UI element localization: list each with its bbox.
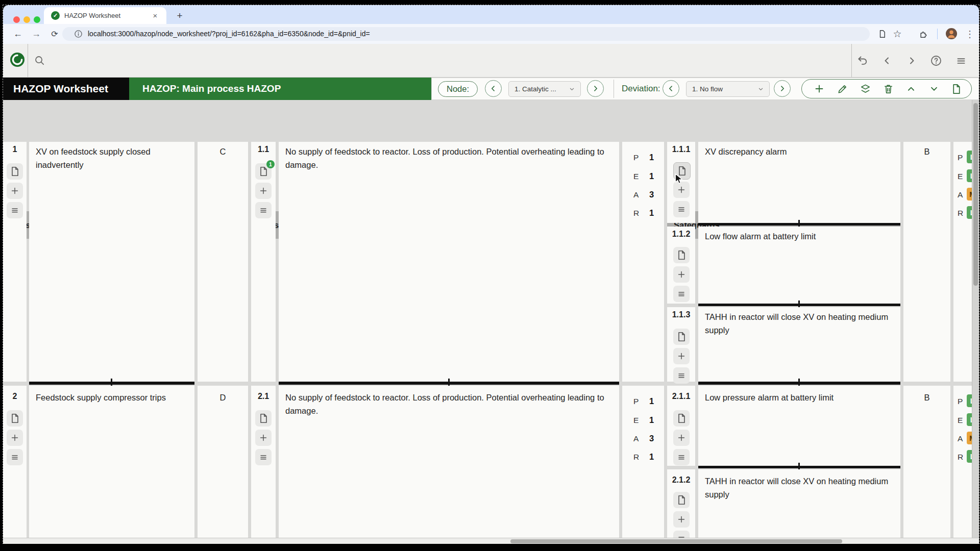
consequence-menu-button[interactable] — [255, 202, 272, 218]
menu-icon[interactable] — [952, 52, 970, 69]
mitig-freq-cell[interactable]: B — [903, 142, 950, 382]
bookmark-star-icon[interactable]: ☆ — [890, 24, 904, 44]
nav-back-icon[interactable] — [878, 52, 896, 69]
tab-close-icon[interactable]: × — [149, 7, 161, 24]
risk-letter: A — [958, 190, 963, 199]
move-up-icon[interactable] — [904, 82, 918, 95]
horizontal-scrollbar-thumb[interactable] — [510, 539, 842, 543]
consequence-cell[interactable]: No supply of feedstock to reactor. Loss … — [279, 386, 619, 538]
risk-letter: R — [958, 453, 963, 462]
cause-add-button[interactable] — [7, 183, 23, 199]
deviation-next-button[interactable] — [774, 80, 791, 97]
new-tab-button[interactable]: + — [173, 7, 187, 24]
vertical-scrollbar-thumb[interactable] — [973, 103, 978, 286]
safeguard-cell[interactable]: TAHH in reactor will close XV on heating… — [698, 469, 900, 538]
traffic-close-button[interactable] — [13, 16, 20, 23]
consequence-cell[interactable]: No supply of feedstock to reactor. Loss … — [279, 142, 619, 382]
browser-tab[interactable]: ✓ HAZOP Worksheet × — [44, 7, 166, 24]
new-document-icon[interactable] — [949, 82, 963, 95]
cause-add-button[interactable] — [7, 430, 23, 446]
severity-cell[interactable]: P 1 E 1 A 3 R 1 — [622, 386, 664, 538]
page-title: HAZOP Worksheet — [3, 78, 129, 100]
cause-menu-button[interactable] — [7, 202, 23, 218]
add-icon[interactable] — [813, 82, 826, 95]
safeguard-doc-button[interactable] — [673, 410, 690, 427]
safeguard-doc-button[interactable] — [673, 492, 690, 508]
consequence-doc-button[interactable]: 1 — [255, 163, 272, 180]
consequence-text: No supply of feedstock to reactor. Loss … — [285, 145, 610, 171]
safeguard-add-button[interactable] — [673, 430, 690, 446]
frequency-cell[interactable]: C — [198, 142, 248, 382]
site-info-icon[interactable] — [74, 29, 83, 39]
deviation-select[interactable]: 1. No flow — [686, 81, 770, 97]
safeguard-add-button[interactable] — [673, 348, 690, 364]
mitig-freq-cell[interactable]: B — [903, 386, 950, 538]
consequence-add-button[interactable] — [255, 430, 272, 446]
safeguard-cell[interactable]: XV discrepancy alarm — [698, 142, 900, 223]
chevron-down-icon — [568, 85, 576, 93]
move-down-icon[interactable] — [927, 82, 941, 95]
kebab-menu-icon[interactable]: ⋮ — [963, 24, 977, 44]
risk-letter: P — [958, 397, 963, 406]
node-next-button[interactable] — [587, 80, 604, 97]
undo-icon[interactable] — [854, 52, 871, 69]
consequence-doc-badge: 1 — [266, 160, 275, 168]
forward-icon[interactable]: → — [29, 24, 44, 44]
safeguard-menu-button[interactable] — [673, 449, 690, 465]
url-bar[interactable]: localhost:3000/hazop/node_worksheet/?pro… — [62, 27, 870, 41]
risk-letter: R — [958, 209, 963, 218]
edit-pencil-icon[interactable] — [836, 82, 849, 95]
consequence-doc-button[interactable] — [255, 410, 272, 427]
reload-icon[interactable]: ⟳ — [47, 24, 62, 44]
cause-cell[interactable]: Feedstock supply compressor trips — [29, 386, 194, 538]
frequency-value: D — [198, 391, 248, 404]
help-icon[interactable] — [927, 52, 945, 69]
layers-icon[interactable] — [859, 82, 872, 95]
severity-cell[interactable]: P 1 E 1 A 3 R 1 — [622, 142, 664, 382]
save-page-icon[interactable] — [875, 24, 889, 44]
node-select[interactable]: 1. Catalytic ... — [508, 81, 581, 97]
cause-doc-button[interactable] — [7, 163, 23, 180]
safeguard-number: 1.1.3 — [667, 310, 695, 319]
severity-letter: R — [633, 209, 639, 218]
consequence-add-button[interactable] — [255, 183, 272, 199]
safeguard-add-button[interactable] — [673, 266, 690, 283]
search-input[interactable] — [50, 48, 844, 72]
safeguard-cell[interactable]: TAHH in reactor will close XV on heating… — [698, 307, 900, 382]
safeguard-menu-button[interactable] — [673, 367, 690, 384]
cause-cell[interactable]: XV on feedstock supply closed inadverten… — [29, 142, 194, 382]
nav-forward-icon[interactable] — [903, 52, 920, 69]
safeguard-menu-button[interactable] — [673, 531, 690, 538]
tab-favicon-icon: ✓ — [51, 11, 60, 20]
toolbar-divider — [851, 44, 852, 77]
safeguard-cell[interactable]: Low flow alarm at battery limit — [698, 227, 900, 304]
extensions-icon[interactable] — [917, 24, 931, 44]
vertical-scrollbar[interactable] — [972, 100, 979, 538]
toolbar-divider — [28, 44, 28, 77]
severity-value: 1 — [649, 452, 654, 462]
profile-avatar[interactable] — [946, 28, 957, 39]
search-icon[interactable] — [34, 55, 45, 66]
safeguard-menu-button[interactable] — [673, 286, 690, 302]
trash-icon[interactable] — [881, 82, 895, 95]
app-logo[interactable] — [9, 52, 26, 68]
node-prev-button[interactable] — [485, 80, 502, 97]
safeguard-add-button[interactable] — [673, 511, 690, 528]
frequency-cell[interactable]: D — [198, 386, 248, 538]
frequency-value: C — [198, 145, 248, 158]
safeguard-menu-button[interactable] — [673, 201, 690, 217]
tab-title: HAZOP Worksheet — [64, 7, 120, 24]
traffic-zoom-button[interactable] — [34, 16, 40, 23]
safeguard-cell[interactable]: Low pressure alarm at battery limit — [698, 386, 900, 466]
cause-menu-button[interactable] — [7, 449, 23, 465]
cause-doc-button[interactable] — [7, 410, 23, 427]
consequence-menu-button[interactable] — [255, 449, 272, 465]
safeguard-doc-button[interactable] — [673, 329, 690, 345]
severity-letter: E — [633, 172, 639, 181]
safeguard-doc-button[interactable] — [673, 247, 690, 263]
horizontal-scrollbar[interactable] — [3, 538, 979, 544]
safeguard-text: Low flow alarm at battery limit — [705, 230, 894, 243]
back-icon[interactable]: ← — [10, 24, 26, 44]
deviation-prev-button[interactable] — [663, 80, 679, 97]
traffic-minimize-button[interactable] — [23, 16, 30, 23]
